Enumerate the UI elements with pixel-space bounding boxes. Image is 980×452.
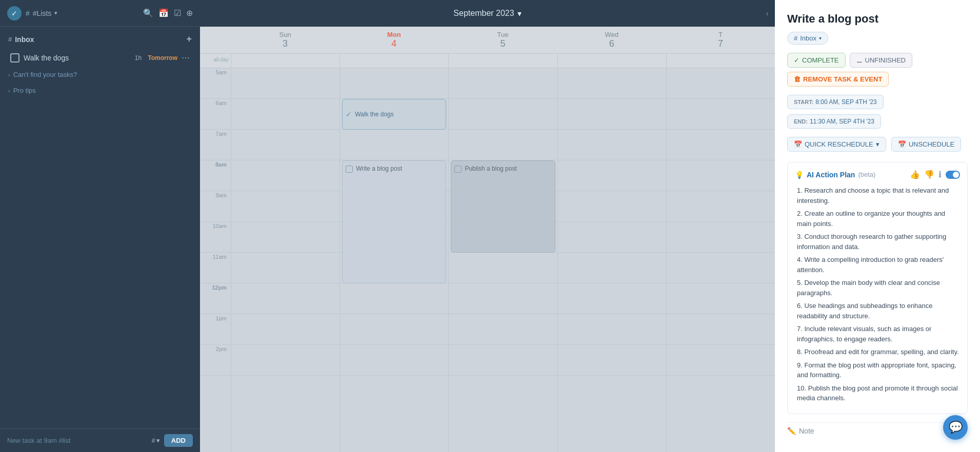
time-8am: 8am [200, 160, 231, 191]
check-icon[interactable]: ☑ [174, 8, 181, 18]
task-name: Walk the dogs [24, 54, 131, 62]
event-publish-blog[interactable]: Publish a blog post [451, 160, 555, 253]
ai-step-5: 5. Develop the main body with clear and … [795, 278, 960, 298]
unfinished-button[interactable]: ⚊ UNFINISHED [850, 53, 912, 68]
quick-reschedule-label: QUICK RESCHEDULE [805, 140, 873, 148]
day-name-tue: Tue [451, 31, 554, 38]
action-bar: ✓ COMPLETE ⚊ UNFINISHED 🗑 REMOVE TASK & … [787, 53, 968, 87]
day-tuesday[interactable]: Publish a blog post [448, 68, 557, 452]
new-task-footer: # ▾ ADD [0, 428, 200, 452]
unschedule-label: UNSCHEDULE [909, 140, 955, 148]
day-name-thu: T [669, 31, 772, 38]
detail-title: Write a blog post [787, 12, 968, 26]
event-publish-checkbox [454, 166, 462, 173]
ai-header: 💡 AI Action Plan (beta) 👍 👎 ℹ [795, 170, 960, 179]
chevron-right-icon: › [8, 88, 10, 94]
day-monday[interactable]: ✓ Walk the dogs Write a blog post [339, 68, 448, 452]
calendar-area: September 2023 ▾ ‹ Sun 3 Mon 4 Tue 5 Wed… [200, 0, 775, 452]
time-1pm: 1pm [200, 314, 231, 345]
info-icon[interactable]: ℹ [938, 170, 942, 179]
day-col-tue: Tue 5 [448, 27, 557, 53]
all-day-thu [666, 54, 775, 68]
start-value: 8:00 AM, SEP 4TH '23 [815, 98, 876, 106]
ai-action-plan-section: 💡 AI Action Plan (beta) 👍 👎 ℹ 1. Researc… [787, 162, 968, 414]
note-section[interactable]: ✏️ Note [787, 422, 968, 439]
pro-tips-item[interactable]: › Pro tips [0, 83, 200, 98]
time-2pm: 2pm [200, 345, 231, 376]
end-value: 11:30 AM, SEP 4TH '23 [810, 118, 874, 125]
ai-step-4: 4. Write a compelling introduction to gr… [795, 255, 960, 275]
add-task-button[interactable]: + [186, 34, 192, 45]
hash-caret-icon: ▾ [156, 437, 160, 444]
calendar-caret-icon: ▾ [517, 9, 522, 18]
pro-tips-label: Pro tips [13, 87, 36, 94]
add-list-icon[interactable]: ⊕ [186, 8, 193, 18]
list-selector[interactable]: # #Lists ▾ [26, 9, 139, 17]
all-day-wed [557, 54, 666, 68]
unschedule-button[interactable]: 📅 UNSCHEDULE [891, 137, 962, 152]
event-walk-dogs[interactable]: ✓ Walk the dogs [342, 99, 446, 130]
thumbs-up-icon[interactable]: 👍 [910, 170, 920, 179]
task-more-button[interactable]: ⋯ [182, 53, 190, 63]
detail-panel: Write a blog post # Inbox ▾ ✓ COMPLETE ⚊… [775, 0, 980, 452]
collapse-sidebar-button[interactable]: ‹ [759, 0, 775, 27]
day-wednesday[interactable] [557, 68, 666, 452]
task-due: Tomorrow [148, 54, 177, 61]
day-col-thu: T 7 [666, 27, 775, 53]
event-check-icon: ✓ [346, 110, 352, 118]
complete-check-icon: ✓ [794, 56, 799, 64]
day-name-sun: Sun [234, 31, 336, 38]
cant-find-tasks-item[interactable]: › Can't find your tasks? [0, 67, 200, 83]
time-bar: START: 8:00 AM, SEP 4TH '23 END: 11:30 A… [787, 95, 968, 129]
inbox-tag[interactable]: # Inbox ▾ [787, 32, 828, 45]
end-time-pill[interactable]: END: 11:30 AM, SEP 4TH '23 [787, 114, 881, 129]
ai-toggle[interactable] [946, 171, 960, 179]
thumbs-down-icon[interactable]: 👎 [924, 170, 934, 179]
task-duration: 1h [135, 54, 142, 61]
chat-icon: 💬 [949, 421, 963, 434]
quick-reschedule-button[interactable]: 📅 QUICK RESCHEDULE ▾ [787, 137, 886, 152]
day-sunday[interactable] [231, 68, 339, 452]
time-column: 5am 6am 7am 8am 9am 10am 11am 12pm 1pm 2… [200, 68, 231, 452]
remove-label: REMOVE TASK & EVENT [803, 75, 882, 83]
cant-find-tasks-label: Can't find your tasks? [13, 71, 77, 78]
remove-task-event-button[interactable]: 🗑 REMOVE TASK & EVENT [787, 72, 889, 87]
task-checkbox[interactable] [10, 53, 19, 63]
new-task-input[interactable] [7, 437, 148, 444]
ai-step-9: 9. Format the blog post with appropriate… [795, 360, 960, 380]
event-write-blog[interactable]: Write a blog post [342, 160, 446, 283]
day-num-sun: 3 [234, 38, 336, 49]
day-col-wed: Wed 6 [557, 27, 666, 53]
complete-button[interactable]: ✓ COMPLETE [787, 53, 846, 68]
day-num-thu: 7 [669, 38, 772, 49]
inbox-tag-icon: # [794, 34, 797, 42]
ai-step-3: 3. Conduct thorough research to gather s… [795, 232, 960, 252]
time-6am: 6am [200, 99, 231, 130]
task-walk-dogs[interactable]: Walk the dogs 1h Tomorrow ⋯ [3, 49, 197, 67]
all-day-tue [448, 54, 557, 68]
reschedule-bar: 📅 QUICK RESCHEDULE ▾ 📅 UNSCHEDULE [787, 137, 968, 152]
event-write-title: Write a blog post [356, 165, 402, 172]
search-icon[interactable]: 🔍 [143, 8, 153, 18]
all-day-sun [231, 54, 339, 68]
hash-label: # [152, 437, 155, 444]
reschedule-caret-icon: ▾ [876, 140, 879, 148]
day-num-wed: 6 [561, 38, 663, 49]
event-publish-title: Publish a blog post [465, 165, 516, 172]
ai-step-1: 1. Research and choose a topic that is r… [795, 186, 960, 206]
ai-step-2: 2. Create an outline to organize your th… [795, 209, 960, 229]
chevron-right-icon: › [8, 72, 10, 78]
hash-list-selector[interactable]: # ▾ [152, 437, 160, 444]
ai-step-8: 8. Proofread and edit for grammar, spell… [795, 347, 960, 357]
add-button[interactable]: ADD [164, 434, 193, 447]
chat-fab-button[interactable]: 💬 [943, 415, 968, 440]
calendar-icon[interactable]: 📅 [158, 8, 169, 18]
inbox-tag-caret-icon: ▾ [819, 35, 822, 41]
end-label: END: [794, 118, 808, 125]
calendar-month-year: September 2023 [453, 9, 514, 18]
list-selector-caret-icon: ▾ [54, 10, 57, 16]
note-pencil-icon: ✏️ [787, 427, 796, 435]
day-thursday[interactable] [666, 68, 775, 452]
calendar-title[interactable]: September 2023 ▾ [453, 9, 521, 18]
start-time-pill[interactable]: START: 8:00 AM, SEP 4TH '23 [787, 95, 884, 109]
